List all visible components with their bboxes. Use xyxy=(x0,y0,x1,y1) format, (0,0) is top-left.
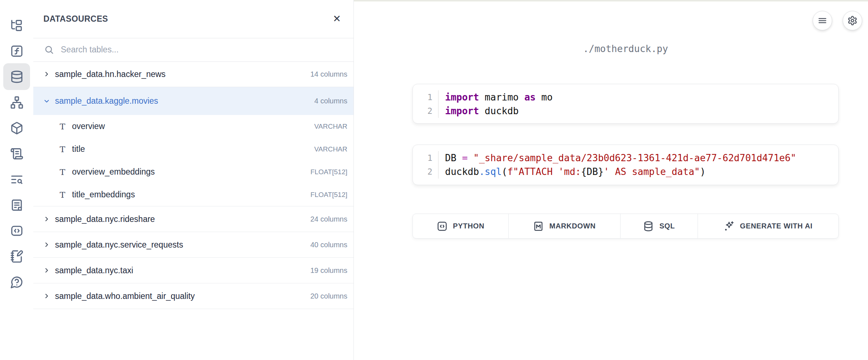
column-type: VARCHAR xyxy=(314,123,348,130)
search-icon xyxy=(44,45,54,55)
activity-bar xyxy=(0,0,34,360)
scratchpad-icon[interactable] xyxy=(3,243,30,270)
markdown-icon xyxy=(533,221,544,232)
generate-with-ai-button[interactable]: GENERATE WITH AI xyxy=(698,214,838,238)
datasources-icon[interactable] xyxy=(3,63,30,90)
column-row[interactable]: T title_embeddings FLOAT[512] xyxy=(33,183,353,206)
close-panel-button[interactable]: ✕ xyxy=(330,12,344,26)
column-name: overview xyxy=(72,121,105,131)
add-cell-bar: PYTHON MARKDOWN SQL GENERATE WITH AI xyxy=(412,214,839,239)
chevron-right-icon xyxy=(43,70,50,78)
snippets-icon[interactable] xyxy=(3,217,30,244)
packages-icon[interactable] xyxy=(3,115,30,141)
table-row[interactable]: sample_data.nyc.service_requests 40 colu… xyxy=(33,232,353,258)
variables-icon[interactable] xyxy=(3,38,30,64)
line-number: 2 xyxy=(413,104,438,118)
column-type: VARCHAR xyxy=(314,145,348,153)
file-explorer-icon[interactable] xyxy=(3,12,30,39)
code-line: 2duckdb.sql(f"ATTACH 'md:{DB}' AS sample… xyxy=(413,165,838,179)
code-text[interactable]: import duckdb xyxy=(438,104,519,118)
table-row[interactable]: sample_data.kaggle.movies 4 columns xyxy=(33,87,353,115)
add-python-cell-button[interactable]: PYTHON xyxy=(413,214,509,238)
table-columns-count: 4 columns xyxy=(314,97,347,105)
settings-gear-icon xyxy=(847,16,858,26)
line-number: 1 xyxy=(413,151,438,165)
table-row[interactable]: sample_data.hn.hacker_news 14 columns xyxy=(33,61,353,87)
code-line: 1DB = "_share/sample_data/23b0d623-1361-… xyxy=(413,151,838,165)
column-row[interactable]: T title VARCHAR xyxy=(33,138,353,160)
table-columns-count: 14 columns xyxy=(310,70,347,78)
column-row[interactable]: T overview_embeddings FLOAT[512] xyxy=(33,160,353,183)
columns-group: T overview VARCHAR T title VARCHAR T ove… xyxy=(33,115,353,206)
table-row[interactable]: sample_data.nyc.taxi 19 columns xyxy=(33,258,353,283)
text-type-icon: T xyxy=(60,145,72,154)
search-row xyxy=(33,38,353,62)
notebook-menu-button[interactable] xyxy=(813,11,832,30)
column-name: title_embeddings xyxy=(72,190,135,200)
logs-icon[interactable] xyxy=(3,166,30,193)
sparkles-icon xyxy=(724,221,734,232)
add-sql-cell-button[interactable]: SQL xyxy=(621,214,698,238)
line-number: 1 xyxy=(413,90,438,104)
table-name: sample_data.kaggle.movies xyxy=(55,96,158,106)
table-name: sample_data.nyc.rideshare xyxy=(55,214,155,224)
search-tables-input[interactable] xyxy=(60,44,353,55)
table-name: sample_data.who.ambient_air_quality xyxy=(55,291,195,301)
code-text[interactable]: import marimo as mo xyxy=(438,90,552,104)
column-type: FLOAT[512] xyxy=(310,168,347,176)
table-name: sample_data.nyc.service_requests xyxy=(55,240,183,250)
table-columns-count: 20 columns xyxy=(310,292,347,300)
text-type-icon: T xyxy=(60,122,72,131)
help-chat-icon[interactable] xyxy=(3,269,30,295)
code-text[interactable]: duckdb.sql(f"ATTACH 'md:{DB}' AS sample_… xyxy=(438,165,706,179)
panel-title: DATASOURCES xyxy=(43,14,108,24)
table-columns-count: 40 columns xyxy=(310,241,347,249)
text-type-icon: T xyxy=(60,167,72,177)
table-name: sample_data.hn.hacker_news xyxy=(55,69,166,79)
marimo-app: DATASOURCES ✕ sample_data.hn.hacker_news… xyxy=(0,0,868,360)
settings-button[interactable] xyxy=(843,11,862,30)
chevron-right-icon xyxy=(43,215,50,223)
chevron-right-icon xyxy=(43,267,50,274)
code-cell[interactable]: 1DB = "_share/sample_data/23b0d623-1361-… xyxy=(412,145,839,185)
datasources-panel: DATASOURCES ✕ sample_data.hn.hacker_news… xyxy=(33,0,354,360)
documentation-icon[interactable] xyxy=(3,140,30,167)
table-name: sample_data.nyc.taxi xyxy=(55,266,133,275)
code-square-icon xyxy=(437,221,448,232)
column-name: overview_embeddings xyxy=(72,167,155,177)
line-number: 2 xyxy=(413,165,438,179)
chevron-right-icon xyxy=(43,241,50,248)
column-row[interactable]: T overview VARCHAR xyxy=(33,115,353,138)
dependencies-icon[interactable] xyxy=(3,89,30,116)
database-icon xyxy=(643,221,654,232)
table-columns-count: 24 columns xyxy=(310,215,347,223)
chevron-right-icon xyxy=(43,292,50,300)
chevron-down-icon xyxy=(43,98,50,105)
hamburger-menu-icon xyxy=(817,16,827,26)
code-line: 2import duckdb xyxy=(413,104,838,118)
add-markdown-cell-button[interactable]: MARKDOWN xyxy=(509,214,621,238)
tables-list: sample_data.hn.hacker_news 14 columns sa… xyxy=(33,61,353,309)
code-line: 1import marimo as mo xyxy=(413,90,838,104)
column-type: FLOAT[512] xyxy=(310,191,347,199)
table-row[interactable]: sample_data.nyc.rideshare 24 columns xyxy=(33,206,353,232)
panel-header: DATASOURCES ✕ xyxy=(33,0,353,38)
column-name: title xyxy=(72,144,85,154)
notebook-filename[interactable]: ./motherduck.py xyxy=(412,43,839,54)
table-row[interactable]: sample_data.who.ambient_air_quality 20 c… xyxy=(33,283,353,309)
code-cell[interactable]: 1import marimo as mo2import duckdb xyxy=(412,84,839,124)
text-type-icon: T xyxy=(60,190,72,200)
outline-icon[interactable] xyxy=(3,192,30,218)
table-columns-count: 19 columns xyxy=(310,266,347,275)
code-text[interactable]: DB = "_share/sample_data/23b0d623-1361-4… xyxy=(438,151,796,165)
